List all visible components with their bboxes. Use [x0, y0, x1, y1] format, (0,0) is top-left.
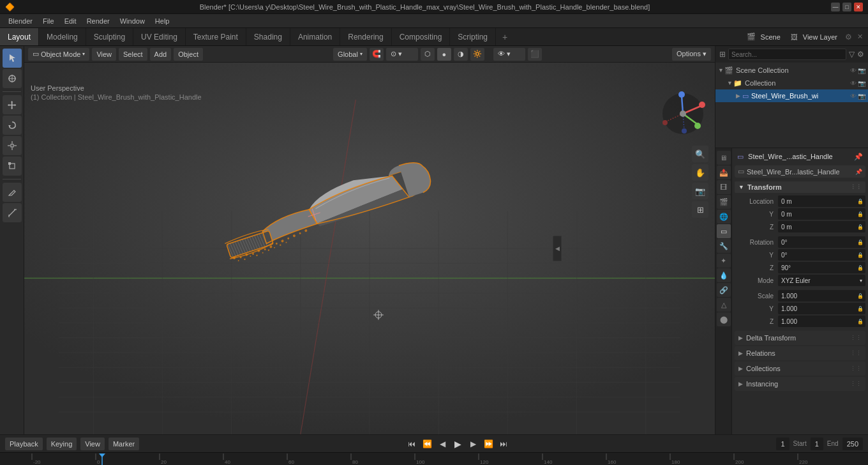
- prop-tab-particles[interactable]: ✦: [717, 254, 731, 268]
- datablock-selector[interactable]: ▭ Steel_Wire_Br...lastic_Handle 📌: [735, 165, 865, 178]
- location-y-field[interactable]: 0 m 🔒: [778, 208, 865, 220]
- lock-z-icon[interactable]: 🔒: [857, 224, 864, 230]
- lock-rz-icon[interactable]: 🔒: [857, 265, 864, 271]
- relations-header[interactable]: ▶ Relations ⋮⋮: [735, 346, 865, 360]
- tab-shading[interactable]: Shading: [246, 28, 290, 45]
- prop-tab-render[interactable]: 🖥: [717, 151, 731, 165]
- start-frame-display[interactable]: 1: [811, 438, 823, 450]
- transform-tool-button[interactable]: [3, 156, 22, 176]
- scale-tool-button[interactable]: [3, 136, 22, 155]
- rotation-x-field[interactable]: 0° 🔒: [778, 236, 865, 248]
- cursor-tool-button[interactable]: [3, 69, 22, 88]
- instancing-pin-icon[interactable]: ⋮⋮: [850, 381, 862, 387]
- prop-tab-physics[interactable]: 💧: [717, 268, 731, 282]
- menu-edit[interactable]: Edit: [60, 16, 81, 26]
- viewport-canvas[interactable]: User Perspective (1) Collection | Steel_…: [24, 63, 715, 434]
- datablock-fake-icon[interactable]: 📌: [855, 169, 862, 175]
- tab-compositing[interactable]: Compositing: [392, 28, 451, 45]
- view-menu-button[interactable]: View: [92, 48, 116, 61]
- rotation-y-field[interactable]: 0° 🔒: [778, 249, 865, 261]
- menu-render[interactable]: Render: [82, 16, 114, 26]
- shading-solid[interactable]: ●: [437, 48, 451, 61]
- select-menu-button[interactable]: Select: [119, 48, 147, 61]
- viewport[interactable]: ▭ Object Mode ▾ View Select Add Object G…: [24, 46, 715, 434]
- xray-button[interactable]: ⬛: [528, 48, 542, 61]
- lock-rx-icon[interactable]: 🔒: [857, 240, 864, 245]
- prop-tab-scene[interactable]: 🎬: [717, 195, 731, 209]
- minimize-button[interactable]: —: [831, 3, 840, 11]
- pan-button[interactable]: ✋: [692, 164, 708, 181]
- tab-texture-paint[interactable]: Texture Paint: [186, 28, 246, 45]
- next-frame-button[interactable]: ▶: [466, 437, 480, 451]
- lock-sx-icon[interactable]: 🔒: [857, 293, 864, 299]
- scale-z-field[interactable]: 1.000 🔒: [778, 316, 865, 327]
- object-pin-icon[interactable]: 📌: [854, 153, 863, 161]
- object-render-icon[interactable]: 📷: [858, 93, 865, 100]
- next-keyframe-button[interactable]: ⏩: [481, 437, 495, 451]
- tab-uv-editing[interactable]: UV Editing: [133, 28, 186, 45]
- menu-file[interactable]: File: [38, 16, 59, 26]
- menu-window[interactable]: Window: [116, 16, 149, 26]
- delta-pin-icon[interactable]: ⋮⋮: [850, 335, 862, 341]
- collections-header[interactable]: ▶ Collections ⋮⋮: [735, 362, 865, 376]
- tab-scripting[interactable]: Scripting: [450, 28, 496, 45]
- play-button[interactable]: ▶: [451, 437, 465, 451]
- keying-menu-button[interactable]: Keying: [47, 438, 77, 450]
- annotate-tool-button[interactable]: [3, 183, 22, 202]
- view-layer-settings-icon[interactable]: ⚙: [845, 33, 852, 42]
- prop-tab-object[interactable]: ▭: [717, 224, 731, 238]
- outliner-object[interactable]: ▶ ▭ Steel_Wire_Brush_wi 👁 📷: [715, 89, 868, 102]
- shading-lookdev[interactable]: ◑: [454, 48, 468, 61]
- prop-tab-modifiers[interactable]: 🔧: [717, 239, 731, 253]
- shading-wireframe[interactable]: ⬡: [421, 48, 435, 61]
- relations-pin-icon[interactable]: ⋮⋮: [850, 350, 862, 356]
- collapse-right-panel-button[interactable]: ◀: [553, 236, 562, 261]
- location-x-field[interactable]: 0 m 🔒: [778, 195, 865, 207]
- prop-tab-output[interactable]: 📤: [717, 165, 731, 179]
- settings-icon[interactable]: ⚙: [857, 50, 864, 59]
- lock-y-icon[interactable]: 🔒: [857, 211, 864, 217]
- select-tool-button[interactable]: [3, 49, 22, 68]
- scale-x-field[interactable]: 1.000 🔒: [778, 290, 865, 301]
- outliner-scene-collection[interactable]: ▼ 🎬 Scene Collection 👁 📷: [715, 64, 868, 77]
- zoom-in-button[interactable]: 🔍: [692, 146, 708, 162]
- tab-animation[interactable]: Animation: [290, 28, 340, 45]
- viewport-gizmo[interactable]: Z X Y: [657, 88, 708, 139]
- tab-modeling[interactable]: Modeling: [39, 28, 86, 45]
- collections-pin-icon[interactable]: ⋮⋮: [850, 365, 862, 372]
- menu-blender[interactable]: Blender: [4, 16, 37, 26]
- instancing-header[interactable]: ▶ Instancing ⋮⋮: [735, 377, 865, 391]
- measure-tool-button[interactable]: [3, 203, 22, 222]
- tab-sculpting[interactable]: Sculpting: [86, 28, 133, 45]
- section-pin-icon[interactable]: ⋮⋮: [850, 184, 862, 190]
- scale-y-field[interactable]: 1.000 🔒: [778, 303, 865, 314]
- object-visibility-icon[interactable]: 👁: [850, 93, 857, 100]
- rotate-tool-button[interactable]: [3, 116, 22, 135]
- transform-global-button[interactable]: Global ▾: [333, 48, 367, 61]
- shading-rendered[interactable]: 🔆: [470, 48, 484, 61]
- current-frame-display[interactable]: 1: [776, 438, 789, 450]
- tab-layout[interactable]: Layout: [0, 28, 39, 45]
- proportional-button[interactable]: ⊙ ▾: [386, 48, 418, 61]
- object-menu-button[interactable]: Object: [174, 48, 203, 61]
- end-frame-display[interactable]: 250: [842, 438, 863, 450]
- render-icon[interactable]: 📷: [858, 67, 865, 74]
- location-z-field[interactable]: 0 m 🔒: [778, 221, 865, 232]
- add-menu-button[interactable]: Add: [150, 48, 172, 61]
- outliner-search-input[interactable]: [728, 49, 846, 60]
- rotation-z-field[interactable]: 90° 🔒: [778, 262, 865, 273]
- filter-icon[interactable]: ▽: [849, 50, 855, 59]
- lock-sz-icon[interactable]: 🔒: [857, 319, 864, 324]
- close-button[interactable]: ✕: [854, 3, 863, 11]
- outliner-collection[interactable]: ▼ 📁 Collection 👁 📷: [715, 77, 868, 89]
- jump-start-button[interactable]: ⏮: [405, 437, 419, 451]
- layout-button[interactable]: ⊞: [692, 201, 708, 218]
- prop-tab-material[interactable]: ⬤: [717, 312, 731, 326]
- maximize-button[interactable]: □: [842, 3, 851, 11]
- playback-menu-button[interactable]: Playback: [5, 438, 43, 450]
- marker-menu-button[interactable]: Marker: [108, 438, 139, 450]
- prop-tab-view-layer[interactable]: 🎞: [717, 180, 731, 194]
- delta-transform-header[interactable]: ▶ Delta Transform ⋮⋮: [735, 331, 865, 345]
- move-tool-button[interactable]: [3, 95, 22, 114]
- rotation-mode-select[interactable]: XYZ Euler ▾: [778, 275, 865, 286]
